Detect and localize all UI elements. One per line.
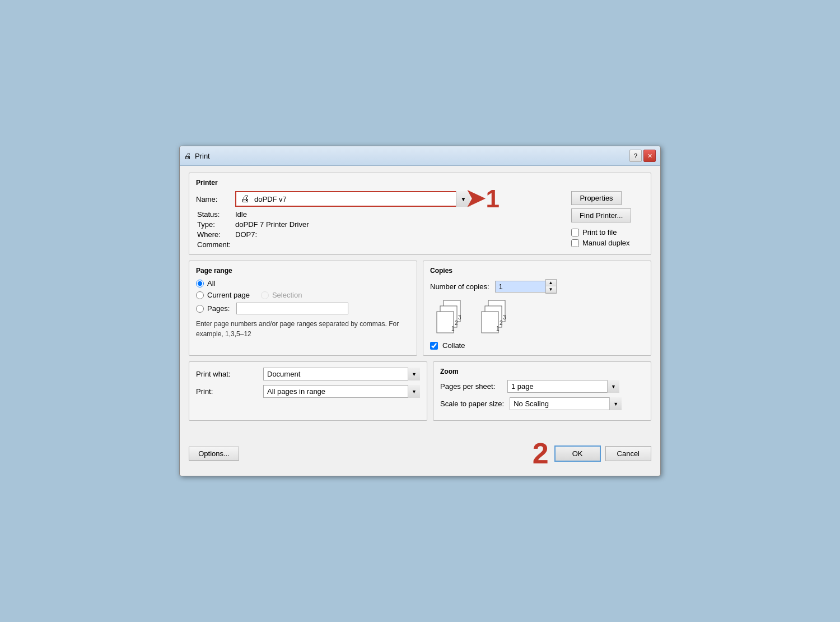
- print-what-label: Print what:: [196, 370, 258, 378]
- manual-duplex-label[interactable]: Manual duplex: [571, 239, 630, 247]
- print-what-row: Print what: Document Document properties…: [196, 368, 420, 380]
- printer-info-grid: Status: Idle Type: doPDF 7 Printer Drive…: [196, 210, 566, 249]
- title-bar-right: ? ✕: [629, 150, 656, 162]
- collate-checkbox[interactable]: [430, 342, 438, 350]
- svg-text:2: 2: [455, 320, 458, 326]
- printer-section: Printer Name: 🖨 doPDF v7 ▼: [189, 173, 651, 255]
- spin-buttons: ▲ ▼: [545, 279, 557, 294]
- radio-all[interactable]: All: [196, 279, 410, 287]
- svg-text:1: 1: [451, 326, 455, 332]
- page-range-section: Page range All Current page Selectio: [189, 261, 417, 356]
- printer-checkboxes: Print to file Manual duplex: [571, 228, 630, 247]
- scale-row: Scale to paper size: No Scaling Letter L…: [440, 397, 644, 410]
- print-label: Print:: [196, 387, 258, 396]
- radio-pages-label: Pages:: [207, 304, 230, 313]
- help-button[interactable]: ?: [629, 150, 642, 162]
- footer-right: OK Cancel: [554, 445, 651, 462]
- print-what-section: Print what: Document Document properties…: [189, 361, 427, 421]
- zoom-section: Zoom Pages per sheet: 1 page 2 pages 4 p…: [433, 361, 651, 421]
- copies-input-wrapper: 1 ▲ ▼: [495, 279, 557, 294]
- radio-group: All Current page Selection: [196, 279, 410, 314]
- properties-button[interactable]: Properties: [571, 191, 622, 205]
- radio-pages-input[interactable]: [196, 305, 204, 313]
- print-select[interactable]: All pages in range Odd pages Even pages: [263, 385, 420, 398]
- middle-row: Page range All Current page Selectio: [189, 261, 651, 356]
- radio-selection-label: Selection: [272, 291, 302, 299]
- radio-selection[interactable]: Selection: [261, 291, 302, 299]
- title-bar: 🖨 Print ? ✕: [180, 146, 660, 166]
- footer-annotation: 2 OK Cancel: [533, 439, 651, 468]
- print-to-file-label[interactable]: Print to file: [571, 228, 630, 236]
- number-of-copies-label: Number of copies:: [430, 282, 489, 291]
- pages-input[interactable]: [236, 303, 348, 314]
- collate-icons-row: 3 2 1 3 2 1: [436, 299, 644, 336]
- radio-current-page-label: Current page: [207, 291, 250, 299]
- radio-current-selection-row: Current page Selection: [196, 291, 410, 299]
- radio-current-page-input[interactable]: [196, 291, 204, 299]
- ok-button[interactable]: OK: [554, 445, 601, 462]
- svg-text:3: 3: [503, 314, 506, 321]
- print-to-file-checkbox[interactable]: [571, 229, 579, 236]
- close-button[interactable]: ✕: [643, 150, 656, 162]
- copies-input[interactable]: 1: [495, 281, 545, 293]
- print-dialog: 🖨 Print ? ✕ Printer Name: 🖨 doPDF v7: [179, 146, 661, 476]
- pages-per-sheet-select[interactable]: 1 page 2 pages 4 pages 6 pages 8 pages 1…: [507, 380, 619, 393]
- svg-text:2: 2: [500, 320, 503, 326]
- collate-area: Collate: [430, 341, 644, 350]
- printer-section-title: Printer: [196, 179, 644, 187]
- uncollated-icon: 3 2 1: [480, 299, 508, 336]
- comment-value: [235, 240, 566, 249]
- type-label: Type:: [196, 220, 235, 229]
- page-range-title: Page range: [196, 267, 410, 275]
- comment-label: Comment:: [196, 240, 235, 249]
- options-button[interactable]: Options...: [189, 447, 239, 461]
- collate-label: Collate: [442, 341, 465, 350]
- printer-name-value: doPDF v7: [254, 195, 287, 203]
- pages-per-sheet-label: Pages per sheet:: [440, 382, 502, 391]
- copies-title: Copies: [430, 267, 644, 275]
- print-what-select[interactable]: Document Document properties Document sh…: [263, 368, 420, 380]
- spin-down-button[interactable]: ▼: [546, 286, 556, 293]
- print-what-select-wrapper: Document Document properties Document sh…: [263, 368, 420, 380]
- radio-current-page[interactable]: Current page: [196, 291, 250, 299]
- status-value: Idle: [235, 210, 566, 219]
- printer-icon: 🖨: [241, 194, 250, 204]
- copies-section: Copies Number of copies: 1 ▲ ▼: [423, 261, 651, 356]
- find-printer-button[interactable]: Find Printer...: [571, 208, 631, 222]
- printer-dropdown-arrow[interactable]: ▼: [456, 191, 470, 207]
- name-label: Name:: [196, 195, 230, 203]
- radio-pages[interactable]: Pages:: [196, 303, 410, 314]
- manual-duplex-checkbox[interactable]: [571, 239, 579, 247]
- svg-text:3: 3: [458, 314, 461, 321]
- radio-all-label: All: [207, 279, 215, 287]
- printer-dropdown-container: 🖨 doPDF v7 ▼ ➤ 1: [235, 191, 470, 207]
- manual-duplex-text: Manual duplex: [582, 239, 630, 247]
- printer-name-row: Name: 🖨 doPDF v7 ▼ ➤ 1: [196, 191, 566, 207]
- title-bar-left: 🖨 Print: [184, 152, 210, 160]
- printer-right: Properties Find Printer... Print to file…: [571, 191, 644, 249]
- annotation-number-2: 2: [533, 439, 549, 468]
- radio-all-input[interactable]: [196, 280, 204, 287]
- printer-dropdown[interactable]: 🖨 doPDF v7: [235, 191, 470, 207]
- type-value: doPDF 7 Printer Driver: [235, 220, 566, 229]
- where-value: DOP7:: [235, 230, 566, 239]
- print-to-file-text: Print to file: [582, 228, 617, 236]
- pages-per-sheet-wrapper: 1 page 2 pages 4 pages 6 pages 8 pages 1…: [507, 380, 619, 393]
- svg-text:1: 1: [496, 326, 500, 332]
- cancel-button[interactable]: Cancel: [605, 446, 651, 461]
- print-row: Print: All pages in range Odd pages Even…: [196, 385, 420, 398]
- scale-select[interactable]: No Scaling Letter Legal A4 A3: [510, 397, 622, 410]
- page-range-hint: Enter page numbers and/or page ranges se…: [196, 319, 410, 339]
- dialog-footer: Options... 2 OK Cancel: [180, 433, 660, 476]
- status-label: Status:: [196, 210, 235, 219]
- where-label: Where:: [196, 230, 235, 239]
- printer-left: Name: 🖨 doPDF v7 ▼ ➤ 1: [196, 191, 566, 249]
- pages-per-sheet-row: Pages per sheet: 1 page 2 pages 4 pages …: [440, 380, 644, 393]
- dialog-body: Printer Name: 🖨 doPDF v7 ▼: [180, 166, 660, 433]
- print-select-wrapper: All pages in range Odd pages Even pages …: [263, 385, 420, 398]
- dialog-title: Print: [195, 152, 210, 160]
- spin-up-button[interactable]: ▲: [546, 280, 556, 286]
- copies-row: Number of copies: 1 ▲ ▼: [430, 279, 644, 294]
- scale-label: Scale to paper size:: [440, 400, 504, 408]
- zoom-title: Zoom: [440, 368, 644, 375]
